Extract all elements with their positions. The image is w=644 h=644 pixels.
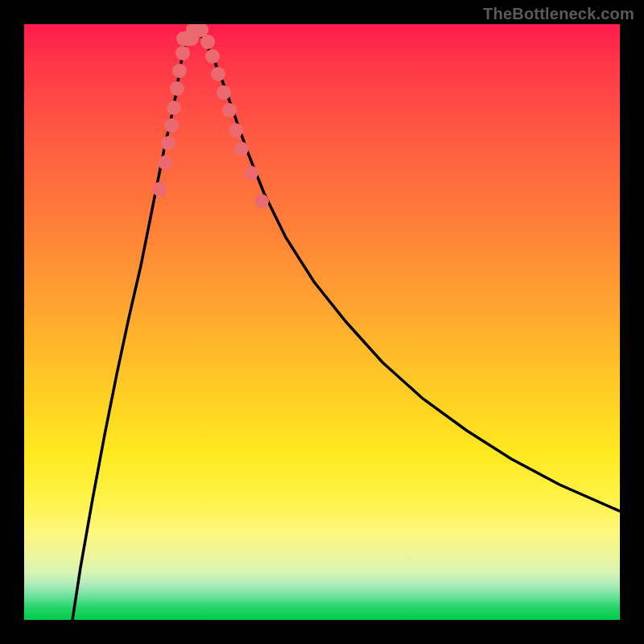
data-point xyxy=(205,49,220,64)
data-point xyxy=(170,81,184,96)
data-point xyxy=(172,64,187,78)
data-point xyxy=(229,123,243,138)
chart-plot-area xyxy=(24,24,620,620)
data-point xyxy=(234,142,249,156)
data-point xyxy=(152,182,167,196)
data-point xyxy=(167,101,181,115)
data-point xyxy=(244,166,258,180)
data-point xyxy=(217,85,231,100)
data-point xyxy=(161,136,175,151)
data-point xyxy=(175,46,190,60)
data-point xyxy=(200,35,215,49)
data-point xyxy=(211,67,225,81)
data-point xyxy=(254,194,269,208)
data-point xyxy=(158,155,172,170)
watermark-text: TheBottleneck.com xyxy=(483,5,634,23)
data-point xyxy=(222,103,237,118)
data-point xyxy=(164,118,179,133)
bottleneck-curve xyxy=(24,24,620,620)
